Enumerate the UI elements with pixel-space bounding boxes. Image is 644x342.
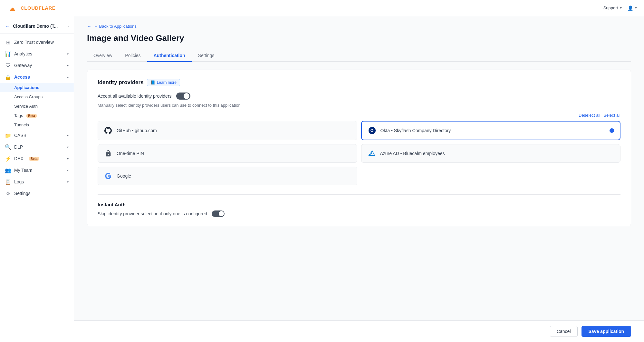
footer-bar: Cancel Save application <box>74 320 644 342</box>
sidebar-item-gateway[interactable]: 🛡 Gateway ▾ <box>0 60 74 71</box>
provider-card-azure[interactable]: Azure AD • Bluecalm employees <box>361 144 621 163</box>
account-switcher[interactable]: ← Cloudflare Demo (T... › <box>0 20 74 34</box>
sidebar: ← Cloudflare Demo (T... › ⊞ Zero Trust o… <box>0 16 74 342</box>
logo: CLOUDFLARE <box>6 2 55 14</box>
cancel-button[interactable]: Cancel <box>550 326 578 337</box>
instant-auth-title: Instant Auth <box>98 202 620 207</box>
tabs: Overview Policies Authentication Setting… <box>87 50 631 62</box>
sub-item-label: Applications <box>14 85 39 90</box>
sub-item-label: Tags <box>14 113 23 118</box>
sidebar-item-label: Gateway <box>14 63 32 68</box>
deselect-select-row: Deselect all Select all <box>98 113 620 118</box>
grid-icon: ⊞ <box>5 39 11 45</box>
sidebar-item-label: Settings <box>14 191 31 196</box>
select-all-link[interactable]: Select all <box>603 113 620 118</box>
back-to-applications-link[interactable]: ← ← Back to Applications <box>87 24 631 29</box>
tab-overview[interactable]: Overview <box>87 50 119 62</box>
logs-icon: 📋 <box>5 179 11 185</box>
sidebar-item-label: DLP <box>14 144 23 150</box>
chart-icon: 📊 <box>5 51 11 57</box>
google-icon <box>104 171 113 181</box>
user-menu-button[interactable]: 👤 ▼ <box>628 5 638 11</box>
toggle-thumb <box>184 93 189 99</box>
identity-providers-title: Identity providers <box>98 79 144 86</box>
learn-more-button[interactable]: 📘 Learn more <box>147 79 180 86</box>
back-arrow-icon: ← <box>87 24 91 29</box>
provider-grid: GitHub • github.com O Okta • Skyflash Co… <box>98 121 620 185</box>
sidebar-item-my-team[interactable]: 👥 My Team ▾ <box>0 164 74 176</box>
casb-icon: 📁 <box>5 132 11 138</box>
sidebar-item-casb[interactable]: 📁 CASB ▾ <box>0 130 74 141</box>
deselect-all-link[interactable]: Deselect all <box>579 113 600 118</box>
accept-all-label: Accept all available identity providers <box>98 93 172 99</box>
tab-policies[interactable]: Policies <box>119 50 147 62</box>
user-icon: 👤 <box>628 5 633 11</box>
sidebar-subitem-tags[interactable]: Tags Beta <box>0 111 74 120</box>
provider-card-google[interactable]: Google <box>98 167 357 185</box>
provider-card-otp[interactable]: One-time PIN <box>98 144 357 163</box>
gear-icon: ⚙ <box>5 191 11 196</box>
topnav-right: Support ▼ 👤 ▼ <box>603 5 638 11</box>
support-button[interactable]: Support ▼ <box>603 5 622 10</box>
sub-item-label: Access Groups <box>14 94 43 99</box>
sidebar-subitem-tunnels[interactable]: Tunnels <box>0 120 74 130</box>
cloudflare-wordmark: CLOUDFLARE <box>21 5 55 11</box>
save-application-button[interactable]: Save application <box>582 326 631 337</box>
sidebar-item-logs[interactable]: 📋 Logs ▾ <box>0 176 74 188</box>
content-area: ← ← Back to Applications Image and Video… <box>74 16 644 342</box>
provider-name-okta: Okta • Skyflash Company Directory <box>380 128 451 133</box>
book-icon: 📘 <box>150 80 155 85</box>
cloudflare-logo <box>6 2 18 14</box>
tab-authentication[interactable]: Authentication <box>147 50 192 62</box>
okta-icon: O <box>368 126 377 135</box>
instant-auth-toggle[interactable]: ✕ <box>212 210 225 217</box>
sidebar-item-label: My Team <box>14 168 33 173</box>
sidebar-item-label: Logs <box>14 179 24 184</box>
instant-auth-label: Skip identity provider selection if only… <box>98 211 207 216</box>
team-icon: 👥 <box>5 167 11 173</box>
section-header: Identity providers 📘 Learn more <box>98 79 620 86</box>
dex-icon: ⚡ <box>5 156 11 161</box>
sub-item-label: Tunnels <box>14 122 29 127</box>
chevron-icon: ▾ <box>67 180 69 184</box>
sidebar-item-label: CASB <box>14 133 26 138</box>
main-layout: ← Cloudflare Demo (T... › ⊞ Zero Trust o… <box>0 16 644 342</box>
provider-card-okta[interactable]: O Okta • Skyflash Company Directory <box>361 121 621 140</box>
github-icon <box>104 126 113 135</box>
topnav: CLOUDFLARE Support ▼ 👤 ▼ <box>0 0 644 16</box>
sidebar-item-settings[interactable]: ⚙ Settings <box>0 188 74 199</box>
accept-all-toggle[interactable]: ✕ <box>176 93 190 100</box>
sidebar-item-zero-trust[interactable]: ⊞ Zero Trust overview <box>0 36 74 48</box>
sidebar-item-analytics[interactable]: 📊 Analytics ▾ <box>0 48 74 60</box>
accept-all-toggle-row: Accept all available identity providers … <box>98 93 620 100</box>
beta-badge: Beta <box>29 157 40 161</box>
provider-name-github: GitHub • github.com <box>117 128 157 133</box>
page-title: Image and Video Gallery <box>87 33 631 43</box>
lock-icon: 🔒 <box>5 74 11 80</box>
azure-icon <box>367 149 376 158</box>
provider-name-google: Google <box>117 173 131 179</box>
provider-card-github[interactable]: GitHub • github.com <box>98 121 357 140</box>
sidebar-item-label: DEX <box>14 156 24 161</box>
account-name: Cloudflare Demo (T... <box>13 24 58 29</box>
chevron-icon: ▾ <box>67 169 69 172</box>
toggle-thumb <box>219 211 224 216</box>
selected-indicator <box>610 128 614 133</box>
sidebar-item-dlp[interactable]: 🔍 DLP ▾ <box>0 141 74 153</box>
sidebar-item-access[interactable]: 🔒 Access ▴ <box>0 71 74 83</box>
sidebar-subitem-service-auth[interactable]: Service Auth <box>0 102 74 111</box>
sidebar-item-label: Analytics <box>14 51 32 56</box>
provider-name-otp: One-time PIN <box>117 151 144 156</box>
sidebar-item-dex[interactable]: ⚡ DEX Beta ▾ <box>0 153 74 164</box>
pin-icon <box>104 149 113 158</box>
sidebar-subitem-applications[interactable]: Applications <box>0 83 74 92</box>
tab-settings[interactable]: Settings <box>192 50 221 62</box>
chevron-icon: ▾ <box>67 134 69 137</box>
chevron-icon: ▴ <box>67 75 69 79</box>
sub-item-label: Service Auth <box>14 104 38 109</box>
sidebar-item-label: Access <box>14 74 30 80</box>
chevron-icon: ▾ <box>67 52 69 56</box>
sidebar-subitem-access-groups[interactable]: Access Groups <box>0 92 74 102</box>
content-inner: ← ← Back to Applications Image and Video… <box>74 16 644 320</box>
chevron-icon: ▾ <box>67 157 69 161</box>
